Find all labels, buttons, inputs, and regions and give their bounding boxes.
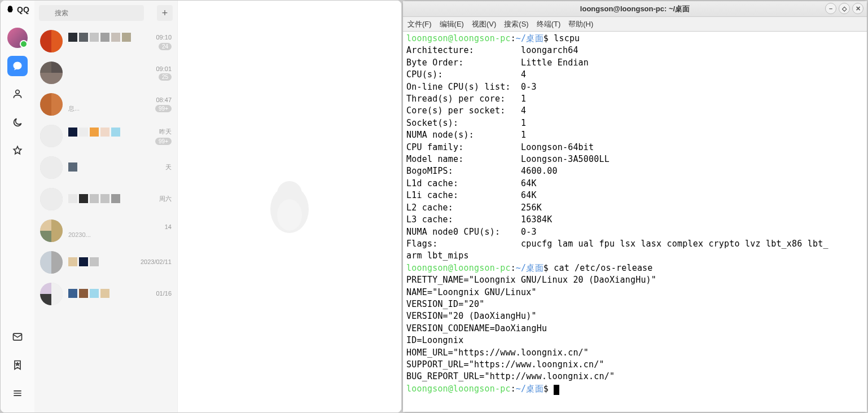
chat-icon: [12, 60, 23, 72]
chat-item[interactable]: 1420230...: [34, 215, 177, 247]
penguin-placeholder-icon: [261, 175, 318, 238]
chat-avatar: [40, 125, 63, 147]
chat-time: 昨天: [159, 128, 172, 136]
chat-avatar: [40, 251, 63, 274]
chat-preview: 20230...: [68, 231, 91, 238]
chat-item[interactable]: 周六: [34, 183, 177, 215]
bookmark-star-icon: [12, 359, 23, 371]
chat-time: 01/16: [156, 290, 172, 297]
nav-mail[interactable]: [7, 327, 28, 347]
unread-badge: 99+: [155, 138, 172, 145]
qq-window: QQ: [1, 1, 401, 412]
nav-messages[interactable]: [7, 56, 28, 76]
nav-favorites[interactable]: [7, 140, 28, 161]
chat-avatar: [40, 283, 63, 305]
nav-world[interactable]: [7, 112, 28, 133]
qq-sidebar: QQ: [1, 1, 34, 412]
chat-time: 14: [165, 223, 172, 230]
chat-time: 天: [165, 163, 172, 172]
moon-icon: [12, 117, 23, 128]
search-input[interactable]: [39, 5, 144, 21]
chat-item[interactable]: 天: [34, 152, 177, 183]
qq-main-empty: [178, 1, 401, 412]
menu-item[interactable]: 终端(T): [537, 19, 561, 29]
chat-avatar: [40, 156, 63, 179]
terminal-titlebar[interactable]: loongson@loongson-pc: ~/桌面 – ◇ ✕: [403, 1, 867, 17]
menu-item[interactable]: 视图(V): [472, 19, 496, 29]
user-avatar[interactable]: [7, 28, 28, 48]
app-title: QQ: [6, 5, 29, 14]
chat-item[interactable]: 09:0125: [34, 57, 177, 89]
chat-name-placeholder: [68, 194, 120, 203]
chat-time: 08:47: [156, 96, 172, 103]
menu-item[interactable]: 文件(F): [407, 19, 432, 29]
add-button[interactable]: +: [157, 5, 173, 21]
unread-badge: 25: [159, 73, 172, 81]
unread-badge: 99+: [155, 105, 172, 112]
chat-list-panel: + 09:102409:012508:47息...99+昨天99+天周六1420…: [34, 1, 178, 412]
chat-item[interactable]: 08:47息...99+: [34, 89, 177, 120]
chat-time: 09:01: [156, 65, 172, 72]
terminal-window: loongson@loongson-pc: ~/桌面 – ◇ ✕ 文件(F)编辑…: [402, 1, 867, 412]
chat-name-placeholder: [68, 128, 120, 137]
chat-avatar: [40, 30, 63, 52]
terminal-menubar: 文件(F)编辑(E)视图(V)搜索(S)终端(T)帮助(H): [403, 17, 867, 32]
search-row: +: [34, 1, 177, 25]
chat-list[interactable]: 09:102409:012508:47息...99+昨天99+天周六142023…: [34, 25, 177, 412]
terminal-title: loongson@loongson-pc: ~/桌面: [580, 4, 690, 14]
nav-contacts[interactable]: [7, 84, 28, 104]
chat-item[interactable]: 09:1024: [34, 25, 177, 57]
chat-avatar: [40, 93, 63, 116]
chat-preview: 息...: [68, 104, 80, 113]
terminal-body[interactable]: loongson@loongson-pc:~/桌面$ lscpu Archite…: [403, 32, 867, 412]
nav-bookmark[interactable]: [7, 355, 28, 375]
chat-item[interactable]: 2023/02/11: [34, 247, 177, 278]
maximize-button[interactable]: ◇: [839, 3, 850, 14]
chat-item[interactable]: 01/16: [34, 278, 177, 310]
chat-avatar: [40, 219, 63, 242]
hamburger-icon: [12, 388, 23, 399]
chat-item[interactable]: 昨天99+: [34, 120, 177, 152]
svg-point-4: [277, 199, 302, 231]
chat-avatar: [40, 188, 63, 210]
chat-name-placeholder: [68, 33, 131, 42]
chat-name-placeholder: [68, 257, 99, 266]
star-icon: [12, 145, 23, 156]
unread-badge: 24: [159, 43, 172, 50]
nav-menu[interactable]: [7, 383, 28, 403]
menu-item[interactable]: 帮助(H): [568, 19, 593, 29]
chat-time: 周六: [159, 195, 172, 203]
person-icon: [12, 89, 23, 100]
chat-time: 2023/02/11: [141, 258, 172, 265]
mail-icon: [12, 331, 23, 342]
chat-name-placeholder: [68, 289, 109, 298]
menu-item[interactable]: 编辑(E): [440, 19, 464, 29]
chat-time: 09:10: [156, 34, 172, 41]
penguin-icon: [6, 5, 15, 14]
close-button[interactable]: ✕: [852, 3, 863, 14]
chat-avatar: [40, 61, 63, 84]
minimize-button[interactable]: –: [825, 3, 836, 14]
chat-name-placeholder: [68, 162, 77, 172]
menu-item[interactable]: 搜索(S): [504, 19, 528, 29]
